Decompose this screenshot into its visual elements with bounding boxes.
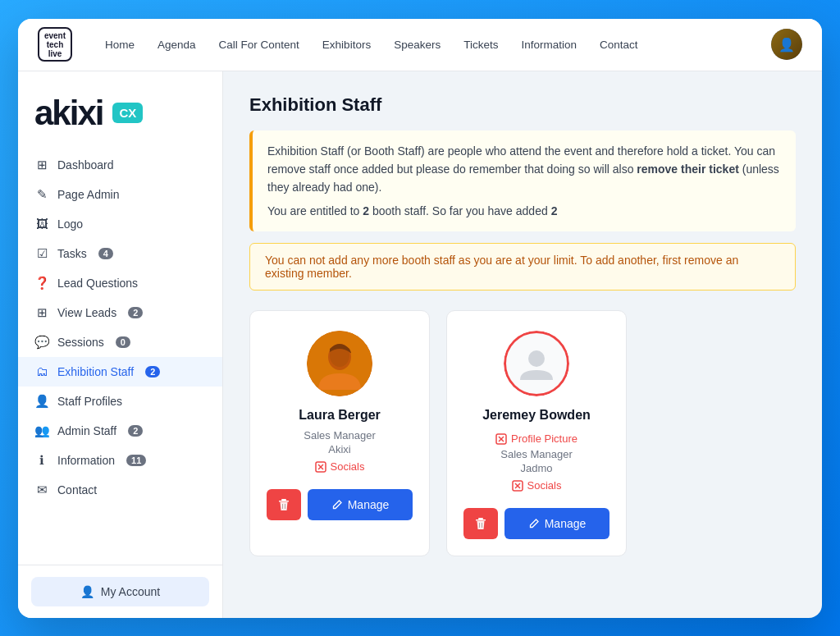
sidebar-label-contact: Contact bbox=[57, 483, 97, 496]
sidebar-item-information[interactable]: ℹ Information 11 bbox=[18, 446, 222, 475]
socials-warning-laura[interactable]: Socials bbox=[315, 460, 365, 473]
delete-button-jeremey[interactable] bbox=[463, 508, 498, 539]
brand-name: akixi bbox=[34, 96, 103, 130]
information-icon: ℹ bbox=[34, 453, 49, 468]
tasks-badge: 4 bbox=[98, 248, 113, 259]
logo-menu-icon: 🖼 bbox=[34, 217, 49, 231]
staff-role-laura: Sales Manager bbox=[304, 429, 375, 442]
sidebar-footer: 👤 My Account bbox=[18, 565, 222, 618]
account-label: My Account bbox=[101, 585, 160, 598]
tasks-icon: ☑ bbox=[34, 246, 49, 261]
avatar-photo-laura bbox=[307, 331, 372, 396]
svg-rect-6 bbox=[281, 499, 286, 501]
nav-speakers[interactable]: Speakers bbox=[394, 39, 441, 51]
sidebar-item-contact[interactable]: ✉ Contact bbox=[18, 475, 222, 505]
sidebar-item-sessions[interactable]: 💬 Sessions 0 bbox=[18, 327, 222, 357]
card-actions-jeremey: Manage bbox=[463, 508, 609, 539]
admin-staff-icon: 👥 bbox=[34, 423, 49, 438]
sidebar-label-staff-profiles: Staff Profiles bbox=[57, 395, 122, 408]
my-account-button[interactable]: 👤 My Account bbox=[31, 577, 209, 606]
manage-button-laura[interactable]: Manage bbox=[308, 489, 413, 520]
sidebar-item-logo[interactable]: 🖼 Logo bbox=[18, 209, 222, 239]
exhibition-staff-badge: 2 bbox=[145, 366, 160, 377]
svg-rect-17 bbox=[478, 518, 483, 519]
sidebar-label-information: Information bbox=[57, 454, 115, 467]
nav-call-for-content[interactable]: Call For Content bbox=[219, 39, 299, 51]
person-placeholder-icon bbox=[517, 344, 556, 383]
top-nav: eventtechlive Home Agenda Call For Conte… bbox=[18, 19, 822, 71]
sidebar-label-exhibition-staff: Exhibition Staff bbox=[57, 365, 134, 378]
sidebar-label-lead-questions: Lead Questions bbox=[57, 277, 138, 290]
information-badge: 11 bbox=[126, 455, 146, 466]
sidebar-item-staff-profiles[interactable]: 👤 Staff Profiles bbox=[18, 387, 222, 416]
nav-exhibitors[interactable]: Exhibitors bbox=[322, 39, 371, 51]
info-bold: remove their ticket bbox=[637, 162, 739, 176]
account-icon: 👤 bbox=[80, 585, 94, 598]
staff-card-jeremey: Jeremey Bowden Profile Picture Sales Man… bbox=[446, 310, 627, 556]
profile-picture-warning-jeremey[interactable]: Profile Picture bbox=[495, 432, 578, 445]
info-text-paragraph-1: Exhibition Staff (or Booth Staff) are pe… bbox=[267, 142, 781, 197]
nav-home[interactable]: Home bbox=[105, 39, 135, 51]
nav-information[interactable]: Information bbox=[521, 39, 577, 51]
lead-questions-icon: ❓ bbox=[34, 276, 49, 291]
main-content: Exhibition Staff Exhibition Staff (or Bo… bbox=[223, 71, 822, 618]
page-title: Exhibition Staff bbox=[249, 94, 796, 116]
body-area: akixi CX ⊞ Dashboard ✎ Page Admin 🖼 Logo… bbox=[18, 71, 822, 618]
sidebar-nav: ⊞ Dashboard ✎ Page Admin 🖼 Logo ☑ Tasks … bbox=[18, 150, 222, 565]
x-square-icon-jeremey-socials bbox=[512, 480, 523, 492]
socials-warning-jeremey[interactable]: Socials bbox=[512, 479, 562, 492]
manage-button-jeremey[interactable]: Manage bbox=[504, 508, 609, 539]
sidebar-item-tasks[interactable]: ☑ Tasks 4 bbox=[18, 239, 222, 268]
sidebar-label-sessions: Sessions bbox=[57, 336, 104, 349]
trash-icon-laura bbox=[277, 498, 290, 511]
staff-role-jeremey: Sales Manager bbox=[500, 448, 572, 460]
app-container: eventtechlive Home Agenda Call For Conte… bbox=[18, 19, 822, 618]
warning-box: You can not add any more booth staff as … bbox=[249, 243, 796, 291]
staff-name-jeremey: Jeremey Bowden bbox=[482, 408, 591, 423]
sidebar-label-tasks: Tasks bbox=[57, 247, 87, 260]
sidebar-item-view-leads[interactable]: ⊞ View Leads 2 bbox=[18, 298, 222, 327]
sessions-badge: 0 bbox=[116, 336, 130, 348]
sidebar-label-logo: Logo bbox=[57, 217, 83, 231]
svg-rect-18 bbox=[476, 519, 486, 521]
sessions-icon: 💬 bbox=[34, 335, 49, 350]
sidebar: akixi CX ⊞ Dashboard ✎ Page Admin 🖼 Logo… bbox=[18, 71, 223, 618]
sidebar-item-admin-staff[interactable]: 👥 Admin Staff 2 bbox=[18, 416, 222, 446]
staff-company-laura: Akixi bbox=[328, 443, 350, 455]
nav-tickets[interactable]: Tickets bbox=[463, 39, 498, 51]
admin-staff-badge: 2 bbox=[128, 425, 143, 437]
sidebar-label-view-leads: View Leads bbox=[57, 306, 116, 319]
sidebar-label-dashboard: Dashboard bbox=[57, 158, 114, 172]
nav-links: Home Agenda Call For Content Exhibitors … bbox=[105, 39, 771, 51]
sidebar-label-admin-staff: Admin Staff bbox=[57, 424, 116, 437]
dashboard-icon: ⊞ bbox=[34, 158, 49, 172]
info-entitlement-added: 2 bbox=[551, 204, 558, 217]
manage-label-laura: Manage bbox=[348, 498, 390, 511]
pencil-icon-laura bbox=[331, 499, 343, 510]
view-leads-badge: 2 bbox=[128, 307, 143, 318]
staff-company-jeremey: Jadmo bbox=[520, 462, 552, 474]
sidebar-item-exhibition-staff[interactable]: 🗂 Exhibition Staff 2 bbox=[18, 357, 222, 387]
card-actions-laura: Manage bbox=[267, 489, 413, 520]
brand-tag: CX bbox=[112, 103, 143, 123]
nav-contact[interactable]: Contact bbox=[600, 39, 638, 51]
profile-picture-label-jeremey: Profile Picture bbox=[511, 432, 578, 445]
staff-name-laura: Laura Berger bbox=[299, 408, 381, 423]
avatar-image: 👤 bbox=[771, 29, 802, 60]
nav-agenda[interactable]: Agenda bbox=[158, 39, 196, 51]
logo-icon: eventtechlive bbox=[38, 27, 72, 62]
sidebar-item-dashboard[interactable]: ⊞ Dashboard bbox=[18, 150, 222, 180]
staff-cards: Laura Berger Sales Manager Akixi Socials bbox=[249, 310, 796, 556]
info-entitlement-num: 2 bbox=[363, 204, 369, 217]
manage-label-jeremey: Manage bbox=[545, 517, 587, 530]
avatar-laura bbox=[307, 331, 372, 396]
info-entitlement-mid: booth staff. So far you have added bbox=[372, 204, 548, 217]
sidebar-item-page-admin[interactable]: ✎ Page Admin bbox=[18, 180, 222, 209]
delete-button-laura[interactable] bbox=[267, 489, 301, 520]
x-square-icon-jeremey-photo bbox=[495, 433, 507, 445]
nav-avatar[interactable]: 👤 bbox=[771, 29, 802, 60]
view-leads-icon: ⊞ bbox=[34, 305, 49, 320]
staff-card-laura: Laura Berger Sales Manager Akixi Socials bbox=[249, 310, 430, 556]
warning-text: You can not add any more booth staff as … bbox=[265, 254, 738, 280]
sidebar-item-lead-questions[interactable]: ❓ Lead Questions bbox=[18, 268, 222, 298]
